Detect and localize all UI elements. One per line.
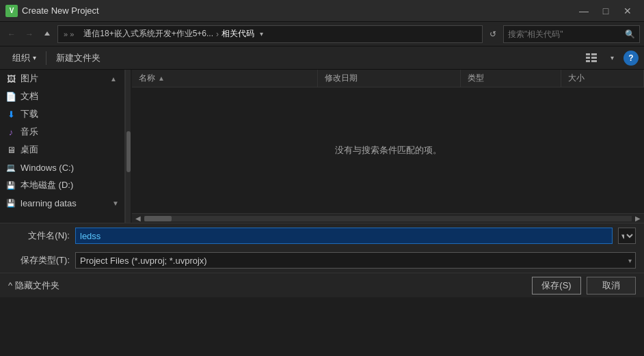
forward-button[interactable]: → — [22, 27, 37, 42]
organize-button[interactable]: 组织 ▾ — [5, 49, 43, 67]
sidebar-item-windows-c[interactable]: 💻 Windows (C:) — [0, 159, 124, 176]
svg-rect-2 — [586, 60, 590, 62]
empty-message: 没有与搜索条件匹配的项。 — [335, 144, 442, 156]
h-scroll-track[interactable] — [144, 216, 632, 221]
sidebar-scrollbar[interactable] — [125, 70, 131, 223]
h-scroll-left[interactable]: ◀ — [133, 214, 143, 223]
path-segment-1: 通信18+嵌入式系统开发+作业5+6... — [83, 28, 213, 40]
h-scroll-thumb — [144, 216, 172, 221]
close-button[interactable]: ✕ — [617, 0, 639, 22]
sidebar: 🖼 图片 ▲ 📄 文档 ⬇ 下载 ♪ 音乐 🖥 桌面 💻 W — [0, 70, 125, 223]
downloads-icon: ⬇ — [5, 109, 16, 120]
toolbar-right: ▾ ? — [582, 49, 639, 67]
documents-icon: 📄 — [5, 91, 16, 102]
app-icon: V — [5, 5, 18, 17]
toolbar-separator — [46, 51, 46, 65]
svg-rect-1 — [586, 57, 590, 59]
bottom-form: 文件名(N): ▾ 保存类型(T): Project Files (*.uvpr… — [0, 223, 644, 273]
maximize-button[interactable]: □ — [595, 0, 617, 22]
search-input[interactable] — [508, 29, 625, 39]
new-folder-button[interactable]: 新建文件夹 — [49, 49, 107, 67]
sidebar-item-learning[interactable]: 💾 learning datas ▼ — [0, 194, 124, 212]
sidebar-item-music[interactable]: ♪ 音乐 — [0, 123, 124, 141]
col-header-size[interactable]: 大小 — [561, 70, 644, 87]
filetype-label: 保存类型(T): — [8, 254, 70, 266]
minimize-button[interactable]: — — [573, 0, 595, 22]
sidebar-item-label: 图片 — [21, 72, 38, 85]
filename-input[interactable] — [75, 228, 613, 244]
drive-c-icon: 💻 — [5, 162, 16, 173]
window-controls: — □ ✕ — [573, 0, 639, 22]
sidebar-item-documents[interactable]: 📄 文档 — [0, 87, 124, 105]
sidebar-item-desktop[interactable]: 🖥 桌面 — [0, 141, 124, 159]
svg-rect-0 — [586, 53, 590, 55]
sidebar-item-label: 下载 — [21, 108, 38, 120]
music-icon: ♪ — [5, 126, 16, 137]
sidebar-item-pictures[interactable]: 🖼 图片 ▲ — [0, 70, 124, 87]
sidebar-item-label: learning datas — [21, 198, 77, 208]
hide-folders-toggle[interactable]: ^ 隐藏文件夹 — [8, 279, 59, 292]
col-header-date[interactable]: 修改日期 — [318, 70, 461, 87]
sidebar-scroll-up[interactable]: ▲ — [108, 73, 119, 84]
filename-row: 文件名(N): ▾ — [0, 223, 644, 248]
sidebar-item-label: 本地磁盘 (D:) — [21, 179, 73, 191]
search-box[interactable]: 🔍 — [503, 25, 640, 43]
sidebar-item-label: Windows (C:) — [21, 163, 74, 173]
view-dropdown-button[interactable]: ▾ — [603, 49, 621, 67]
path-segment-2: 相关代码 — [222, 28, 254, 40]
filetype-select[interactable]: Project Files (*.uvproj; *.uvprojx) — [75, 252, 636, 269]
sidebar-item-label: 音乐 — [21, 126, 38, 138]
help-button[interactable]: ? — [623, 51, 639, 66]
path-dropdown[interactable]: ▾ — [260, 30, 263, 38]
h-scroll-right[interactable]: ▶ — [633, 214, 643, 223]
file-list: 没有与搜索条件匹配的项。 — [132, 87, 644, 213]
search-icon: 🔍 — [625, 29, 635, 39]
window-title: Create New Project — [22, 5, 573, 16]
pictures-icon: 🖼 — [5, 73, 16, 84]
sidebar-item-label: 桌面 — [21, 143, 38, 156]
title-bar: V Create New Project — □ ✕ — [0, 0, 644, 22]
svg-rect-5 — [591, 60, 597, 62]
column-headers: 名称 ▲ 修改日期 类型 大小 — [132, 70, 644, 87]
refresh-button[interactable]: ↺ — [485, 27, 500, 42]
h-scrollbar[interactable]: ◀ ▶ — [132, 213, 644, 223]
sidebar-item-drive-d[interactable]: 💾 本地磁盘 (D:) — [0, 176, 124, 194]
save-button[interactable]: 保存(S) — [532, 277, 581, 295]
learning-icon: 💾 — [5, 197, 16, 208]
cancel-button[interactable]: 取消 — [587, 277, 636, 295]
file-area: 名称 ▲ 修改日期 类型 大小 没有与搜索条件匹配的项。 ◀ ▶ — [132, 70, 644, 223]
sidebar-item-downloads[interactable]: ⬇ 下载 — [0, 105, 124, 123]
back-button[interactable]: ← — [4, 27, 19, 42]
filetype-select-wrapper: Project Files (*.uvproj; *.uvprojx) ▾ — [75, 252, 636, 269]
address-bar: ← → » » 通信18+嵌入式系统开发+作业5+6... › 相关代码 ▾ ↺… — [0, 22, 644, 46]
svg-rect-4 — [591, 57, 597, 59]
filename-label: 文件名(N): — [8, 230, 70, 242]
bottom-bar: ^ 隐藏文件夹 保存(S) 取消 — [0, 273, 644, 297]
up-button[interactable] — [40, 27, 55, 42]
main-content: 🖼 图片 ▲ 📄 文档 ⬇ 下载 ♪ 音乐 🖥 桌面 💻 W — [0, 70, 644, 223]
address-path[interactable]: » » 通信18+嵌入式系统开发+作业5+6... › 相关代码 ▾ — [57, 25, 483, 43]
filename-dropdown[interactable]: ▾ — [618, 228, 636, 244]
bottom-buttons: 保存(S) 取消 — [532, 277, 636, 295]
desktop-icon: 🖥 — [5, 144, 16, 155]
drive-d-icon: 💾 — [5, 180, 16, 191]
toolbar: 组织 ▾ 新建文件夹 ▾ ? — [0, 46, 644, 70]
view-button[interactable] — [582, 49, 600, 67]
svg-rect-3 — [591, 53, 597, 55]
sidebar-down-arrow: ▼ — [112, 200, 119, 207]
col-header-name[interactable]: 名称 ▲ — [132, 70, 318, 87]
col-header-type[interactable]: 类型 — [461, 70, 561, 87]
sidebar-item-label: 文档 — [21, 90, 38, 102]
sidebar-scrollbar-thumb — [126, 131, 131, 172]
filetype-row: 保存类型(T): Project Files (*.uvproj; *.uvpr… — [0, 248, 644, 273]
